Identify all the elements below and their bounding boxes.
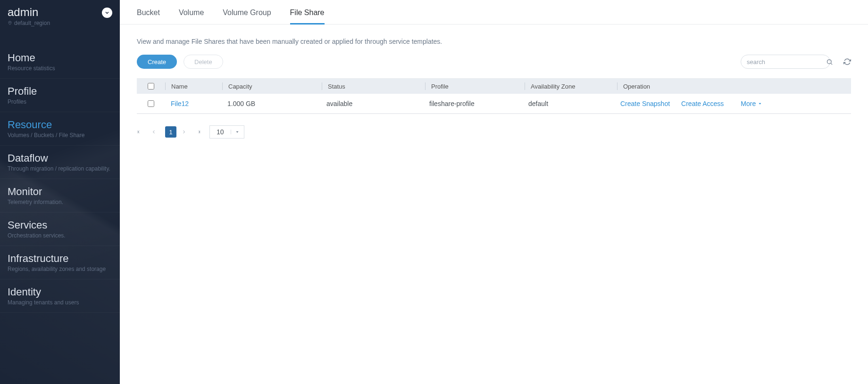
page-next[interactable] <box>181 129 191 135</box>
nav-subtitle: Telemetry information. <box>8 199 112 205</box>
page-size-select[interactable]: 10 <box>209 125 244 139</box>
sidebar-item-infrastructure[interactable]: InfrastructureRegions, availability zone… <box>0 246 120 279</box>
pagination: 1 10 <box>120 114 868 150</box>
col-name[interactable]: Name <box>166 83 222 90</box>
col-status[interactable]: Status <box>322 83 425 90</box>
col-operation: Operation <box>618 83 851 90</box>
tab-volume[interactable]: Volume <box>179 8 204 24</box>
nav-subtitle: Regions, availability zones and storage <box>8 266 112 272</box>
refresh-icon[interactable] <box>843 58 851 65</box>
svg-marker-6 <box>236 131 239 133</box>
nav-title: Identity <box>8 286 112 298</box>
nav-subtitle: Volumes / Buckets / File Share <box>8 132 112 139</box>
search-box[interactable] <box>741 55 830 69</box>
tab-volume-group[interactable]: Volume Group <box>223 8 271 24</box>
row-checkbox[interactable] <box>148 100 154 107</box>
search-input[interactable] <box>747 58 826 65</box>
svg-line-2 <box>831 63 832 65</box>
nav-title: Services <box>8 219 112 231</box>
nav-title: Dataflow <box>8 152 112 164</box>
sidebar-item-dataflow[interactable]: DataflowThrough migration / replication … <box>0 146 120 179</box>
cell-capacity: 1.000 GB <box>222 100 321 107</box>
fileshare-name-link[interactable]: File12 <box>171 100 189 107</box>
nav-subtitle: Through migration / replication capabili… <box>8 165 112 172</box>
user-menu-toggle[interactable] <box>102 8 112 18</box>
nav: HomeResource statisticsProfileProfilesRe… <box>0 45 120 313</box>
sidebar-item-monitor[interactable]: MonitorTelemetry information. <box>0 179 120 212</box>
more-actions[interactable]: More <box>741 100 762 107</box>
create-button[interactable]: Create <box>137 55 177 69</box>
select-all-checkbox[interactable] <box>148 83 154 90</box>
main: BucketVolumeVolume GroupFile Share View … <box>120 0 868 384</box>
nav-subtitle: Resource statistics <box>8 65 112 72</box>
delete-button[interactable]: Delete <box>184 55 223 69</box>
nav-subtitle: Managing tenants and users <box>8 299 112 306</box>
cell-availability-zone: default <box>523 100 615 107</box>
nav-title: Home <box>8 52 112 64</box>
sidebar-item-profile[interactable]: ProfileProfiles <box>0 79 120 112</box>
page-first[interactable] <box>137 129 146 135</box>
cell-status: available <box>321 100 424 107</box>
user-region: default_region <box>8 20 50 26</box>
fileshare-table: Name Capacity Status Profile Availabilit… <box>137 78 851 114</box>
user-block: admin default_region <box>0 0 120 31</box>
table-row: File121.000 GBavailablefileshare-profile… <box>137 94 851 114</box>
table-header: Name Capacity Status Profile Availabilit… <box>137 79 851 94</box>
col-profile[interactable]: Profile <box>426 83 525 90</box>
user-name: admin <box>8 6 50 19</box>
cell-profile: fileshare-profile <box>424 100 523 107</box>
tab-file-share[interactable]: File Share <box>290 8 325 24</box>
svg-point-1 <box>827 59 832 64</box>
svg-point-0 <box>9 22 10 23</box>
create-access-link[interactable]: Create Access <box>681 100 724 107</box>
page-prev[interactable] <box>151 129 160 135</box>
nav-title: Infrastructure <box>8 253 112 265</box>
page-size-value: 10 <box>210 128 231 136</box>
col-availability-zone[interactable]: Availability Zone <box>525 83 617 90</box>
search-icon[interactable] <box>826 58 833 65</box>
tabs: BucketVolumeVolume GroupFile Share <box>120 0 868 25</box>
sidebar: admin default_region HomeResource statis… <box>0 0 120 384</box>
chevron-down-icon[interactable] <box>231 130 244 134</box>
sidebar-item-home[interactable]: HomeResource statistics <box>0 45 120 79</box>
nav-title: Monitor <box>8 186 112 198</box>
user-region-label: default_region <box>14 20 50 26</box>
nav-subtitle: Orchestration services. <box>8 232 112 239</box>
page-last[interactable] <box>195 129 205 135</box>
sidebar-item-resource[interactable]: ResourceVolumes / Buckets / File Share <box>0 112 120 146</box>
tab-bucket[interactable]: Bucket <box>137 8 160 24</box>
nav-title: Resource <box>8 119 112 131</box>
nav-title: Profile <box>8 85 112 98</box>
sidebar-item-services[interactable]: ServicesOrchestration services. <box>0 212 120 246</box>
nav-subtitle: Profiles <box>8 98 112 105</box>
col-capacity[interactable]: Capacity <box>223 83 322 90</box>
page-current[interactable]: 1 <box>165 126 176 138</box>
page-description: View and manage File Shares that have be… <box>120 25 868 55</box>
create-snapshot-link[interactable]: Create Snapshot <box>620 100 670 107</box>
svg-marker-3 <box>759 103 761 104</box>
toolbar: Create Delete <box>120 55 868 69</box>
location-icon <box>8 21 12 25</box>
sidebar-item-identity[interactable]: IdentityManaging tenants and users <box>0 279 120 313</box>
